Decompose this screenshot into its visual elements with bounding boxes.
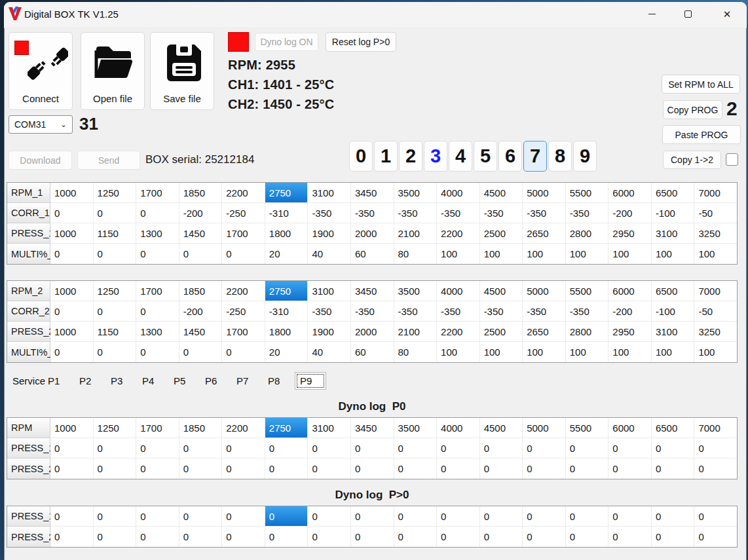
cell[interactable]: 0 bbox=[694, 458, 737, 479]
cell[interactable]: 1000 bbox=[50, 223, 94, 244]
cell[interactable]: 0 bbox=[94, 527, 137, 547]
cell[interactable]: 1900 bbox=[308, 223, 351, 244]
com-port-select[interactable]: COM31 ⌄ bbox=[9, 115, 73, 134]
cell[interactable]: 0 bbox=[480, 527, 523, 547]
cell[interactable]: -350 bbox=[351, 203, 394, 223]
cell[interactable]: 4000 bbox=[437, 281, 480, 301]
cell[interactable]: 0 bbox=[222, 244, 265, 264]
cell[interactable]: 2950 bbox=[608, 223, 652, 244]
cell[interactable]: 0 bbox=[136, 506, 179, 527]
cell[interactable]: 0 bbox=[308, 527, 351, 547]
cell[interactable]: -250 bbox=[222, 301, 265, 322]
cell[interactable]: 3100 bbox=[652, 322, 695, 342]
cell[interactable]: 3500 bbox=[394, 418, 438, 438]
cell[interactable]: 7000 bbox=[694, 418, 737, 438]
cell[interactable]: 0 bbox=[50, 527, 94, 547]
tab-p2[interactable]: P2 bbox=[75, 372, 106, 390]
cell[interactable]: 0 bbox=[523, 458, 566, 479]
cell[interactable]: 3100 bbox=[308, 281, 351, 301]
cell[interactable]: 5500 bbox=[566, 281, 609, 301]
cell[interactable]: 0 bbox=[136, 342, 179, 362]
cell[interactable]: 1000 bbox=[50, 418, 94, 438]
cell[interactable]: -50 bbox=[694, 203, 737, 223]
cell[interactable]: 6500 bbox=[652, 183, 695, 203]
cell[interactable]: 3100 bbox=[652, 223, 695, 244]
cell[interactable]: 2000 bbox=[351, 322, 394, 342]
cell[interactable]: 0 bbox=[50, 506, 94, 527]
cell[interactable]: 6500 bbox=[652, 418, 695, 438]
cell[interactable]: -200 bbox=[179, 301, 223, 322]
cell[interactable]: 0 bbox=[308, 438, 351, 458]
cell[interactable]: -200 bbox=[608, 301, 652, 322]
cell[interactable]: 3450 bbox=[351, 281, 394, 301]
cell[interactable]: 0 bbox=[394, 438, 438, 458]
cell[interactable]: 0 bbox=[265, 527, 309, 547]
cell[interactable]: 1800 bbox=[265, 223, 309, 244]
cell[interactable]: -100 bbox=[652, 301, 695, 322]
cell[interactable]: 5000 bbox=[523, 281, 566, 301]
cell[interactable]: 0 bbox=[94, 438, 137, 458]
cell[interactable]: 0 bbox=[480, 506, 523, 527]
cell[interactable]: 40 bbox=[308, 244, 351, 264]
cell[interactable]: -250 bbox=[222, 203, 265, 223]
cell[interactable]: 2500 bbox=[480, 223, 523, 244]
cell[interactable]: 100 bbox=[480, 342, 523, 362]
cell[interactable]: 100 bbox=[694, 244, 737, 264]
cell[interactable]: 0 bbox=[652, 438, 695, 458]
cell[interactable]: 2650 bbox=[523, 322, 566, 342]
cell[interactable]: 7000 bbox=[694, 281, 737, 301]
cell[interactable]: 100 bbox=[437, 244, 480, 264]
close-button[interactable]: ✕ bbox=[712, 3, 742, 25]
cell[interactable]: 0 bbox=[222, 438, 265, 458]
cell[interactable]: -100 bbox=[652, 203, 695, 223]
cell[interactable]: 0 bbox=[179, 438, 223, 458]
minimize-button[interactable] bbox=[637, 3, 667, 25]
cell[interactable]: 0 bbox=[694, 506, 737, 527]
cell[interactable]: 0 bbox=[351, 506, 394, 527]
cell[interactable]: 0 bbox=[351, 527, 394, 547]
cell[interactable]: 100 bbox=[652, 342, 695, 362]
cell[interactable]: 1150 bbox=[94, 322, 137, 342]
cell[interactable]: 60 bbox=[351, 244, 394, 264]
tab-p4[interactable]: P4 bbox=[138, 372, 169, 390]
cell[interactable]: 20 bbox=[265, 342, 309, 362]
prog-button-5[interactable]: 5 bbox=[474, 141, 497, 172]
cell[interactable]: 6000 bbox=[608, 418, 652, 438]
cell[interactable]: 4000 bbox=[437, 418, 480, 438]
cell[interactable]: 1850 bbox=[179, 418, 223, 438]
prog-button-6[interactable]: 6 bbox=[498, 141, 522, 172]
cell[interactable]: -310 bbox=[265, 301, 309, 322]
cell[interactable]: 2650 bbox=[523, 223, 566, 244]
cell[interactable]: 0 bbox=[608, 506, 652, 527]
cell[interactable]: 6000 bbox=[608, 183, 652, 203]
cell[interactable]: 4500 bbox=[480, 418, 523, 438]
cell[interactable]: 2200 bbox=[437, 223, 480, 244]
cell[interactable]: 3450 bbox=[351, 418, 394, 438]
cell[interactable]: 0 bbox=[437, 438, 480, 458]
cell[interactable]: 2200 bbox=[222, 418, 265, 438]
cell[interactable]: 2200 bbox=[222, 281, 265, 301]
cell[interactable]: 3450 bbox=[351, 183, 394, 203]
cell[interactable]: 1700 bbox=[136, 183, 179, 203]
cell[interactable]: 0 bbox=[351, 458, 394, 479]
cell[interactable]: 0 bbox=[50, 244, 94, 264]
dyno-log-on-button[interactable]: Dyno log ON bbox=[255, 33, 318, 51]
cell[interactable]: -50 bbox=[694, 301, 737, 322]
cell[interactable]: 0 bbox=[437, 458, 480, 479]
cell[interactable]: 7000 bbox=[694, 183, 737, 203]
tab-p8[interactable]: P8 bbox=[263, 372, 295, 390]
cell[interactable]: 6500 bbox=[652, 281, 695, 301]
cell[interactable]: -350 bbox=[394, 301, 438, 322]
cell[interactable]: 0 bbox=[222, 506, 265, 527]
cell[interactable]: 2100 bbox=[394, 223, 438, 244]
cell[interactable]: 0 bbox=[437, 506, 480, 527]
cell[interactable]: 2000 bbox=[351, 223, 394, 244]
cell[interactable]: 0 bbox=[136, 438, 179, 458]
cell[interactable]: 100 bbox=[652, 244, 695, 264]
prog-button-7[interactable]: 7 bbox=[523, 141, 547, 172]
prog-button-0[interactable]: 0 bbox=[349, 141, 373, 172]
cell[interactable]: 100 bbox=[608, 244, 652, 264]
cell[interactable]: 100 bbox=[523, 342, 566, 362]
cell[interactable]: 3500 bbox=[394, 183, 438, 203]
cell[interactable]: 1700 bbox=[136, 418, 179, 438]
